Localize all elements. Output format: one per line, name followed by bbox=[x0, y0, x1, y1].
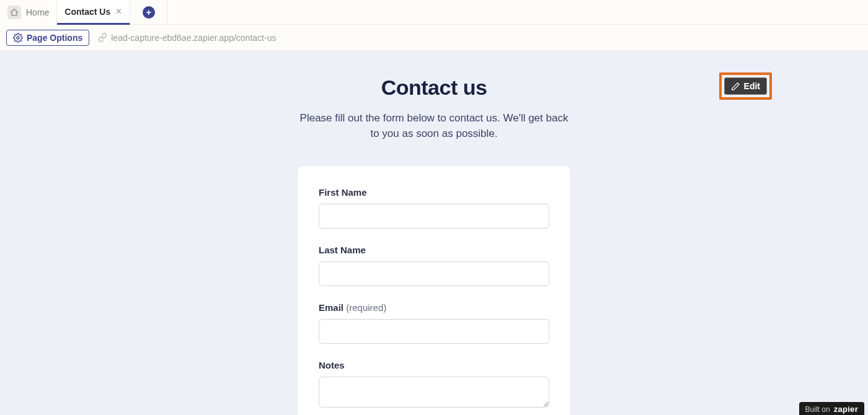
contact-form: First Name Last Name Email (required) bbox=[298, 166, 570, 415]
edit-button-label: Edit bbox=[744, 81, 760, 91]
plus-icon: + bbox=[143, 6, 155, 19]
field-first-name: First Name bbox=[319, 187, 549, 229]
page-url-text: lead-capture-ebd6ae.zapier.app/contact-u… bbox=[111, 33, 276, 43]
label-email: Email (required) bbox=[319, 302, 549, 313]
input-first-name[interactable] bbox=[319, 204, 549, 229]
field-notes: Notes bbox=[319, 360, 549, 410]
field-last-name: Last Name bbox=[319, 245, 549, 286]
tab-home[interactable]: Home bbox=[0, 0, 57, 25]
input-email[interactable] bbox=[319, 319, 549, 344]
page-subtitle: Please fill out the form below to contac… bbox=[298, 111, 570, 141]
input-last-name[interactable] bbox=[319, 261, 549, 286]
pencil-icon bbox=[731, 82, 740, 91]
tab-bar: Home Contact Us ✕ + bbox=[0, 0, 868, 25]
label-last-name: Last Name bbox=[319, 245, 549, 255]
link-icon bbox=[98, 33, 107, 42]
svg-point-0 bbox=[17, 37, 19, 39]
gear-icon bbox=[13, 33, 23, 43]
field-email: Email (required) bbox=[319, 302, 549, 344]
page-canvas: Contact us Please fill out the form belo… bbox=[0, 51, 868, 415]
label-notes: Notes bbox=[319, 360, 549, 370]
home-icon bbox=[7, 6, 21, 19]
edit-button[interactable]: Edit bbox=[724, 77, 767, 95]
edit-highlight: Edit bbox=[719, 72, 772, 100]
built-on-badge[interactable]: Built on zapier bbox=[799, 402, 864, 415]
page-options-label: Page Options bbox=[27, 33, 82, 43]
page-options-button[interactable]: Page Options bbox=[6, 30, 89, 46]
add-tab-button[interactable]: + bbox=[130, 0, 167, 25]
label-first-name: First Name bbox=[319, 187, 549, 198]
tab-home-label: Home bbox=[26, 7, 49, 17]
brand-name: zapier bbox=[834, 404, 858, 414]
tab-contact-us[interactable]: Contact Us ✕ bbox=[57, 0, 130, 25]
input-notes[interactable] bbox=[319, 377, 549, 408]
tab-contact-us-label: Contact Us bbox=[64, 7, 110, 17]
hero-section: Contact us Please fill out the form belo… bbox=[149, 76, 719, 155]
built-on-label: Built on bbox=[805, 405, 830, 414]
page-url[interactable]: lead-capture-ebd6ae.zapier.app/contact-u… bbox=[98, 33, 276, 43]
page-toolbar: Page Options lead-capture-ebd6ae.zapier.… bbox=[0, 25, 868, 51]
close-icon[interactable]: ✕ bbox=[115, 7, 122, 16]
content-wrap: Contact us Please fill out the form belo… bbox=[149, 76, 719, 415]
page-title: Contact us bbox=[298, 76, 570, 100]
